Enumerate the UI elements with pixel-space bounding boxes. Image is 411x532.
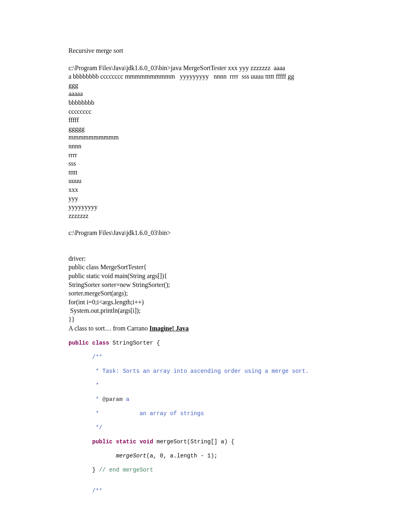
javadoc-text: a [122, 396, 129, 403]
driver-header: driver: [68, 254, 367, 263]
method-call: mergeSort [116, 453, 147, 459]
output-line: yyy [68, 194, 367, 203]
driver-line: public static void main(String args[]){ [68, 272, 367, 281]
keyword: public [68, 340, 89, 346]
comment: // end mergeSort [99, 467, 153, 473]
indent [68, 438, 92, 445]
output-line: fffff [68, 116, 367, 125]
javadoc-line: /** [68, 354, 367, 361]
carrano-line: A class to sort… from Carrano Imagine! J… [68, 324, 367, 333]
output-line: c:\Program Files\Java\jdk1.6.0_03\bin>ja… [68, 64, 367, 73]
output-line: xxx [68, 185, 367, 194]
prompt: c:\Program Files\Java\jdk1.6.0_03\bin> [68, 229, 367, 237]
class-name: StringSorter { [109, 340, 160, 346]
keyword: static [116, 438, 136, 445]
driver-line: System.out.println(args[i]); [68, 306, 367, 315]
code-line: } // end mergeSort [68, 467, 367, 474]
javadoc-line: /** [68, 488, 367, 495]
book-link[interactable]: Imagine! Java [149, 325, 189, 332]
driver-line: StringSorter sorter=new StringSorter(); [68, 281, 367, 289]
code-line: public class StringSorter { [68, 340, 367, 347]
output-line: ttttt [68, 168, 367, 177]
method-args: (a, 0, a.length - 1); [146, 453, 217, 459]
driver-line: public class MergeSortTester{ [68, 263, 367, 272]
output-line: sss [68, 159, 367, 168]
javadoc-annotation: @param [102, 396, 122, 403]
output-line: zzzzzzz [68, 212, 367, 220]
javadoc-line: * @param a [68, 396, 367, 403]
title: Recursive merge sort [68, 46, 367, 55]
output-line: ggg [68, 81, 367, 90]
output-line: a bbbbbbbb cccccccc mmmmmmmmmm yyyyyyyyy… [68, 72, 367, 81]
brace: } [68, 467, 99, 473]
code-block: public class StringSorter { /** * Task: … [68, 332, 367, 509]
method-signature: mergeSort(String[] a) { [153, 438, 235, 445]
javadoc-text: * [68, 396, 102, 403]
indent [68, 453, 116, 459]
javadoc-line: * Task: Sorts an array into ascending or… [68, 368, 367, 375]
keyword: public [92, 438, 112, 445]
output-line: nnnn [68, 142, 367, 151]
javadoc-line: * an array of strings [68, 410, 367, 418]
output-line: aaaaa [68, 89, 367, 98]
keyword: class [92, 340, 109, 346]
javadoc-line: * [68, 382, 367, 389]
code-line: public static void mergeSort(String[] a)… [68, 438, 367, 446]
output-line: rrrr [68, 151, 367, 160]
output-line: uuuu [68, 177, 367, 185]
output-line: mmmmmmmmmm [68, 133, 367, 142]
carrano-prefix: A class to sort… from Carrano [68, 325, 149, 332]
output-line: yyyyyyyyy [68, 203, 367, 212]
output-line: bbbbbbbb [68, 98, 367, 107]
driver-line: for(int i=0;i<args.length;i++) [68, 298, 367, 307]
code-line: mergeSort(a, 0, a.length - 1); [68, 453, 367, 460]
output-line: cccccccc [68, 107, 367, 116]
keyword: void [139, 438, 153, 445]
javadoc-line: */ [68, 424, 367, 432]
driver-line: sorter.mergeSort(args); [68, 289, 367, 298]
driver-line: }} [68, 315, 367, 324]
output-line: ggggg [68, 125, 367, 133]
document-body: Recursive merge sort c:\Program Files\Ja… [68, 46, 367, 332]
